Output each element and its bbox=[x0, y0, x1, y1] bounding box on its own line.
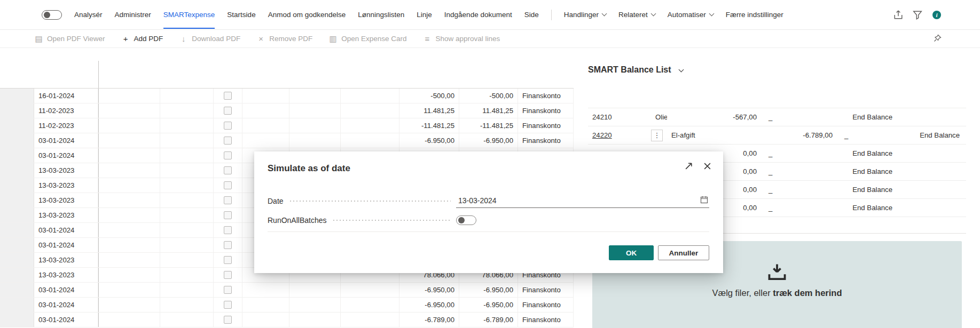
exchange-rate-cell[interactable] bbox=[160, 193, 214, 207]
exchange-rate-cell[interactable] bbox=[160, 268, 214, 282]
row-selector-cell[interactable] bbox=[0, 178, 34, 193]
nav-item[interactable]: Indgående dokument bbox=[444, 11, 512, 19]
posting-date-cell[interactable]: 03-01-2024 bbox=[34, 148, 98, 163]
currency-code-cell[interactable] bbox=[98, 253, 160, 267]
posting-date-cell[interactable]: 03-01-2024 bbox=[34, 133, 98, 148]
posting-date-cell[interactable]: 03-01-2024 bbox=[34, 298, 98, 312]
currency-code-cell[interactable]: _ bbox=[761, 149, 837, 157]
posting-date-cell[interactable]: 03-01-2024 bbox=[34, 283, 98, 297]
amount-cell[interactable]: -6.950,00 bbox=[399, 298, 459, 312]
exchange-rate-cell[interactable] bbox=[160, 118, 214, 133]
amount-rv-cell[interactable]: -11.481,25 bbox=[459, 118, 518, 133]
column-header[interactable] bbox=[98, 61, 160, 88]
nav-item[interactable]: Færre indstillinger bbox=[726, 11, 783, 19]
business-posting-cell[interactable] bbox=[289, 89, 341, 103]
nav-item[interactable] bbox=[551, 10, 552, 20]
posting-date-cell[interactable]: 11-02-2023 bbox=[34, 118, 98, 133]
toolbar-button[interactable]: ▤ Open PDF Viewer bbox=[34, 35, 105, 43]
currency-code-cell[interactable] bbox=[98, 163, 160, 178]
currency-code-cell[interactable]: _ bbox=[761, 186, 837, 194]
balance-row[interactable]: 24210 Olieafgift -567,00 _ End Balance bbox=[588, 108, 966, 126]
balance-list-title[interactable]: SMART Balance List bbox=[588, 65, 966, 75]
table-row[interactable]: 16-01-2024 -500,00 -500,00 Finanskonto bbox=[0, 89, 574, 103]
account-no-cell[interactable]: 24210 bbox=[588, 113, 651, 121]
exchange-rate-cell[interactable] bbox=[160, 238, 214, 252]
business-posting-cell[interactable] bbox=[289, 118, 341, 133]
row-menu-button[interactable]: ⋮ bbox=[651, 130, 663, 141]
checkbox[interactable] bbox=[224, 107, 232, 115]
currency-code-cell[interactable] bbox=[98, 133, 160, 148]
balance-account-cell[interactable]: Finanskonto bbox=[518, 118, 574, 133]
row-selector-cell[interactable] bbox=[0, 89, 34, 103]
balance-account-cell[interactable]: Finanskonto bbox=[518, 298, 574, 312]
posting-date-cell[interactable]: 13-03-2023 bbox=[34, 163, 98, 178]
exchange-rate-cell[interactable] bbox=[160, 313, 214, 327]
currency-code-cell[interactable] bbox=[98, 283, 160, 297]
table-row[interactable]: 03-01-2024 -6.789,00 -6.789,00 Finanskon… bbox=[0, 313, 574, 327]
row-selector-cell[interactable] bbox=[0, 103, 34, 118]
currency-code-cell[interactable] bbox=[98, 178, 160, 193]
checkbox[interactable] bbox=[224, 181, 232, 189]
product-posting-cell[interactable] bbox=[341, 133, 399, 148]
exchange-rate-cell[interactable] bbox=[160, 298, 214, 312]
currency-code-cell[interactable] bbox=[98, 313, 160, 327]
expand-dialog-icon[interactable] bbox=[685, 162, 693, 170]
calculation-cell[interactable]: End Balance bbox=[899, 131, 966, 139]
checkbox[interactable] bbox=[224, 256, 232, 264]
calendar-icon[interactable] bbox=[700, 196, 708, 205]
checkbox[interactable] bbox=[224, 241, 232, 249]
posting-date-cell[interactable]: 03-01-2024 bbox=[34, 313, 98, 327]
business-posting-cell[interactable] bbox=[289, 298, 341, 312]
amount-cell[interactable]: -11.481,25 bbox=[399, 118, 459, 133]
currency-code-cell[interactable] bbox=[98, 193, 160, 207]
calculation-cell[interactable]: End Balance bbox=[837, 204, 899, 212]
exchange-rate-cell[interactable] bbox=[160, 103, 214, 118]
column-header[interactable] bbox=[341, 84, 399, 88]
nav-item[interactable]: Automatiser bbox=[668, 11, 714, 19]
row-selector-cell[interactable] bbox=[0, 193, 34, 207]
business-posting-cell[interactable] bbox=[289, 103, 341, 118]
account-no-link[interactable]: 24220 bbox=[592, 131, 612, 139]
amount-rv-cell[interactable]: -6.789,00 bbox=[459, 313, 518, 327]
balance-account-cell[interactable]: Finanskonto bbox=[518, 89, 574, 103]
balance-cell[interactable]: -567,00 bbox=[667, 113, 761, 121]
posting-group-cell[interactable] bbox=[242, 298, 289, 312]
pin-icon[interactable] bbox=[933, 34, 942, 45]
currency-code-cell[interactable]: _ bbox=[761, 113, 837, 121]
exchange-rate-cell[interactable] bbox=[160, 208, 214, 222]
row-selector-cell[interactable] bbox=[0, 118, 34, 133]
posting-date-cell[interactable]: 03-01-2024 bbox=[34, 238, 98, 252]
posting-group-cell[interactable] bbox=[242, 89, 289, 103]
nav-item[interactable]: Startside bbox=[227, 11, 255, 19]
amount-rv-cell[interactable]: 11.481,25 bbox=[459, 103, 518, 118]
currency-code-cell[interactable] bbox=[98, 238, 160, 252]
account-name-cell[interactable]: El-afgift bbox=[667, 131, 761, 139]
account-name-cell[interactable]: Olieafgift bbox=[651, 113, 667, 121]
row-selector-cell[interactable] bbox=[0, 298, 34, 312]
posting-date-cell[interactable]: 13-03-2023 bbox=[34, 208, 98, 222]
row-selector-cell[interactable] bbox=[0, 313, 34, 327]
checkbox[interactable] bbox=[224, 211, 232, 219]
balance-account-cell[interactable]: Finanskonto bbox=[518, 313, 574, 327]
exchange-rate-cell[interactable] bbox=[160, 283, 214, 297]
business-posting-cell[interactable] bbox=[289, 313, 341, 327]
calculation-cell[interactable]: End Balance bbox=[837, 186, 899, 194]
date-input[interactable]: 13-03-2024 bbox=[456, 194, 709, 208]
row-selector-cell[interactable] bbox=[0, 253, 34, 267]
balance-account-cell[interactable]: Finanskonto bbox=[518, 283, 574, 297]
row-selector-cell[interactable] bbox=[0, 148, 34, 163]
toolbar-button[interactable]: ≡ Show approval lines bbox=[423, 35, 500, 43]
exchange-rate-cell[interactable] bbox=[160, 223, 214, 237]
amount-cell[interactable]: 11.481,25 bbox=[399, 103, 459, 118]
row-selector-cell[interactable] bbox=[0, 133, 34, 148]
product-posting-cell[interactable] bbox=[341, 118, 399, 133]
balance-cell[interactable]: -6.789,00 bbox=[761, 131, 837, 139]
table-row[interactable]: 03-01-2024 -6.950,00 -6.950,00 Finanskon… bbox=[0, 283, 574, 298]
posting-group-cell[interactable] bbox=[242, 118, 289, 133]
nav-item[interactable]: Analysér bbox=[74, 11, 103, 19]
checkbox[interactable] bbox=[224, 151, 232, 159]
business-posting-cell[interactable] bbox=[289, 133, 341, 148]
calculation-cell[interactable]: End Balance bbox=[837, 167, 899, 175]
nav-item[interactable]: Side bbox=[524, 11, 539, 19]
posting-date-cell[interactable]: 11-02-2023 bbox=[34, 103, 98, 118]
